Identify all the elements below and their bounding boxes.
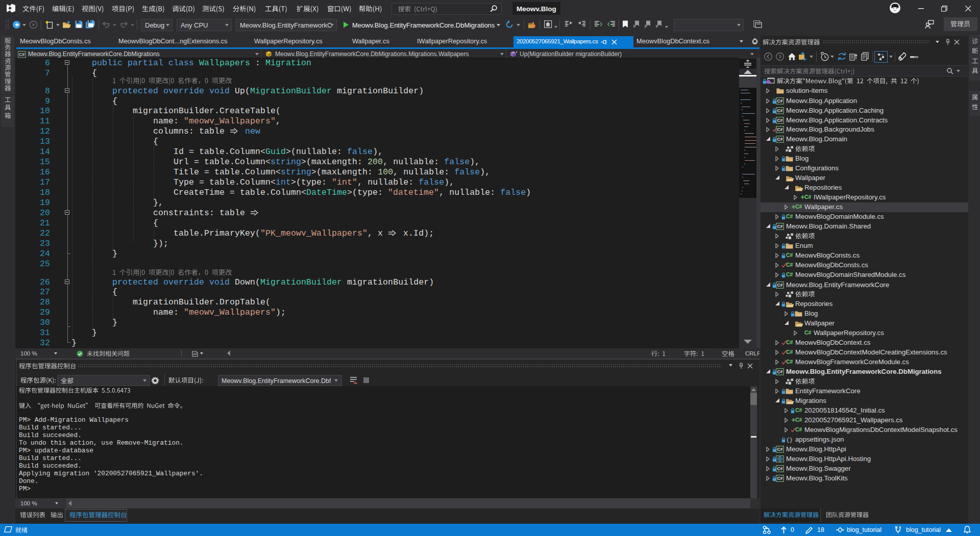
svg-text:C#: C# [19,52,24,57]
svg-text:C#: C# [777,137,783,142]
svg-text:C#: C# [777,447,783,452]
svg-text:C#: C# [777,224,783,229]
svg-text:C#: C# [777,98,783,104]
svg-text:C#: C# [777,369,783,374]
svg-text:C#: C# [777,466,783,471]
svg-text:{}: {} [786,437,793,443]
svg-text:C#: C# [777,108,783,113]
svg-text:C#: C# [777,127,783,132]
svg-text:C#: C# [777,476,783,481]
svg-text:C#: C# [777,283,783,288]
svg-text:C#: C# [777,118,783,123]
